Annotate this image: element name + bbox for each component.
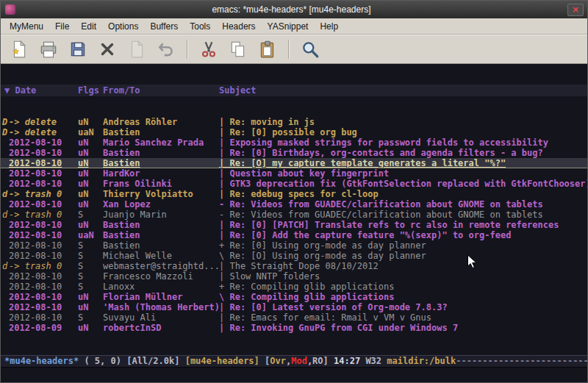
message-row[interactable]: 2012-08-10SLanoxx+ Re: Compiling glib ap… <box>1 282 587 292</box>
message-row[interactable]: 2012-08-10uNBastien| Re: [0] [PATCH] Tra… <box>1 220 587 230</box>
copy-button[interactable] <box>227 38 249 60</box>
message-subject: | Re: Emacs for email: Rmail v VM v Gnus <box>219 312 587 323</box>
column-header-date[interactable]: ▼ Date <box>1 85 78 96</box>
message-date: -> trash 0 <box>9 261 78 271</box>
echo-area[interactable] <box>1 368 587 382</box>
menu-file[interactable]: File <box>49 19 75 34</box>
message-row[interactable]: 2012-08-10uNXan Lopez- Re: Videos from G… <box>1 199 587 210</box>
undo-icon <box>157 40 176 59</box>
undo-button[interactable] <box>155 38 177 60</box>
message-flags: S <box>78 312 103 323</box>
save-button[interactable] <box>67 38 89 60</box>
message-date: 2012-08-10 <box>9 158 78 168</box>
message-subject: | Re: [0] Latest version of Org-mode 7.8… <box>219 302 587 312</box>
message-subject: | Slow NNTP folders <box>219 271 587 282</box>
message-mark <box>1 168 9 179</box>
message-subject: | Re: [0] [PATCH] Translate refs to rc a… <box>219 220 587 230</box>
message-row[interactable]: 2012-08-10uaNBastien| Re: [0] Add the ca… <box>1 230 587 240</box>
mode-line-segment: maildir:/bulk <box>387 356 456 366</box>
search-button[interactable] <box>299 38 321 60</box>
paste-button[interactable] <box>257 38 279 60</box>
message-row[interactable]: 2012-08-10uNBastien| Re: [0] Birthdays, … <box>1 148 587 158</box>
message-subject: | The Straight Dope 08/10/2012 <box>219 261 587 271</box>
menu-headers[interactable]: Headers <box>216 19 261 34</box>
message-row[interactable]: 2012-08-09uNrobertcInSD| Re: Invoking Gn… <box>1 323 587 333</box>
message-date: 2012-08-10 <box>9 271 78 282</box>
message-row[interactable]: 2012-08-10SMichael Welle\ Re: [O] Using … <box>1 251 587 261</box>
message-flags: uN <box>78 189 103 199</box>
message-date: 2012-08-10 <box>9 220 78 230</box>
header-line: ▼ Date Flgs From/To Subject <box>1 85 587 96</box>
menu-edit[interactable]: Edit <box>75 19 102 34</box>
emacs-window: emacs: *mu4e-headers* [mu4e-headers] ✕ M… <box>0 0 588 383</box>
message-subject: - Re: Videos from GUADEC/clarification a… <box>219 199 587 210</box>
search-icon <box>301 40 320 59</box>
message-row[interactable]: D-> deleteuNAndreas Röhler| Re: moving i… <box>1 117 587 127</box>
print-button[interactable] <box>37 38 60 60</box>
message-flags: S <box>78 210 103 220</box>
menu-tools[interactable]: Tools <box>184 19 216 34</box>
message-date: 2012-08-10 <box>9 302 78 312</box>
message-from: Frans Oilinki <box>103 179 219 189</box>
message-row[interactable]: d-> trash 0Swebmaster@straightd...| The … <box>1 261 587 271</box>
menu-mymenu[interactable]: MyMenu <box>4 19 49 34</box>
message-from: HardKor <box>103 168 219 179</box>
save-as-button[interactable] <box>126 38 148 60</box>
message-date: -> trash 0 <box>9 189 78 199</box>
message-row[interactable]: 2012-08-10uN'Mash (Thomas Herbert)| Re: … <box>1 302 587 312</box>
message-date: 2012-08-10 <box>9 312 78 323</box>
toolbar-separator <box>187 40 188 59</box>
menu-buffers[interactable]: Buffers <box>144 19 184 34</box>
title-bar: emacs: *mu4e-headers* [mu4e-headers] ✕ <box>1 1 587 18</box>
message-flags: uN <box>78 179 103 189</box>
message-flags: S <box>78 251 103 261</box>
column-header-from[interactable]: From/To <box>103 85 219 96</box>
menu-options[interactable]: Options <box>102 19 144 34</box>
message-row[interactable]: d-> trash 0uNThierry Volpiatto| Re: edeb… <box>1 189 587 199</box>
menu-help[interactable]: Help <box>314 19 344 34</box>
window-close-button[interactable]: ✕ <box>567 4 584 16</box>
message-row[interactable]: 2012-08-10SBastien+ Re: [0] Using org-mo… <box>1 240 587 251</box>
message-from: Bastien <box>103 220 219 230</box>
message-mark <box>1 292 9 302</box>
message-from: Bastien <box>103 230 219 240</box>
message-row[interactable]: 2012-08-10SSuvayu Ali| Re: Emacs for ema… <box>1 312 587 323</box>
new-file-button[interactable] <box>8 38 30 60</box>
copy-icon <box>229 40 248 59</box>
message-flags: uN <box>78 302 103 312</box>
mode-line-segment: Mod <box>291 356 307 366</box>
message-date: 2012-08-10 <box>9 199 78 210</box>
message-row[interactable]: 2012-08-10uNFrans Oilinki| GTK3 deprecat… <box>1 179 587 189</box>
message-subject: \ Re: Compiling glib applications <box>219 292 587 302</box>
mu4e-headers-buffer[interactable]: ▼ Date Flgs From/To Subject D-> deleteuN… <box>1 64 587 382</box>
cut-button[interactable] <box>198 38 220 60</box>
message-from: Xan Lopez <box>103 199 219 210</box>
column-header-flags[interactable]: Flgs <box>78 85 103 96</box>
menu-yasnippet[interactable]: YASnippet <box>262 19 315 34</box>
message-from: Florian Müllner <box>103 292 219 302</box>
message-row[interactable]: d-> trash 0SJuanjo Marin- Re: Videos fro… <box>1 210 587 220</box>
message-subject: | Exposing masked strings for password f… <box>219 137 587 148</box>
message-row[interactable]: 2012-08-10SFrancesco Mazzoli| Slow NNTP … <box>1 271 587 282</box>
mode-line-segment: ---------------------------------------- <box>456 356 587 366</box>
close-icon <box>98 40 117 59</box>
message-subject: | Re: Invoking GnuPG from CGI under Wind… <box>219 323 587 333</box>
column-header-subject[interactable]: Subject <box>219 85 587 96</box>
message-mark <box>1 220 9 230</box>
toolbar-separator <box>288 40 290 59</box>
message-mark: d <box>1 210 9 220</box>
message-from: Bastien <box>103 127 219 137</box>
window-menu-icon[interactable] <box>5 4 15 15</box>
message-date: 2012-08-10 <box>9 179 78 189</box>
message-flags: uN <box>78 323 103 333</box>
message-date: 2012-08-10 <box>9 148 78 158</box>
message-row[interactable]: 2012-08-10uNBastien| Re: [O] my capture … <box>1 158 587 168</box>
mode-line-segment: [mu4e-headers] <box>185 356 259 366</box>
message-subject: | Re: edebug specs for cl-loop <box>219 189 587 199</box>
message-row[interactable]: 2012-08-10uNFlorian Müllner\ Re: Compili… <box>1 292 587 302</box>
message-row[interactable]: D-> deleteuaNBastien| Re: [0] possible o… <box>1 127 587 137</box>
message-row[interactable]: 2012-08-10uNHardKor| Question about key … <box>1 168 587 179</box>
close-button[interactable] <box>96 38 118 60</box>
message-flags: S <box>78 261 103 271</box>
message-row[interactable]: 2012-08-10uNMario Sanchez Prada| Exposin… <box>1 137 587 148</box>
